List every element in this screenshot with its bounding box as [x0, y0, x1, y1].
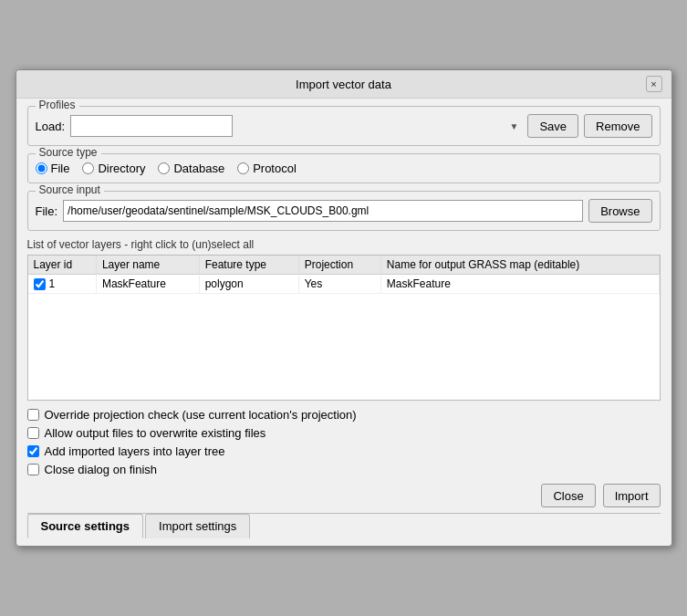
col-feature-type: Feature type — [199, 256, 298, 275]
radio-directory-input[interactable] — [82, 162, 94, 174]
layer-table: Layer id Layer name Feature type Project… — [28, 256, 660, 294]
add-to-tree-checkbox[interactable] — [27, 445, 39, 457]
source-type-group-label: Source type — [36, 146, 101, 159]
tab-import-settings[interactable]: Import settings — [145, 514, 250, 538]
cell-layer-id: 1 — [28, 275, 97, 294]
tabs-row: Source settings Import settings — [27, 513, 661, 538]
col-layer-name: Layer name — [96, 256, 199, 275]
file-path-input[interactable] — [63, 200, 583, 222]
output-name-input[interactable] — [387, 277, 653, 290]
dialog-title: Import vector data — [42, 78, 646, 91]
layer-list-title: List of vector layers - right click to (… — [27, 238, 661, 251]
layer-list-section: List of vector layers - right click to (… — [27, 238, 661, 401]
override-proj-label[interactable]: Override projection check (use current l… — [45, 408, 357, 422]
combo-arrow-icon: ▼ — [510, 121, 519, 131]
load-label: Load: — [36, 120, 66, 133]
radio-database-input[interactable] — [158, 162, 170, 174]
col-layer-id: Layer id — [28, 256, 97, 275]
col-output-name: Name for output GRASS map (editable) — [380, 256, 659, 275]
remove-button[interactable]: Remove — [584, 114, 651, 138]
cell-feature-type: polygon — [199, 275, 298, 294]
close-button[interactable]: Close — [541, 484, 595, 507]
radio-protocol[interactable]: Protocol — [237, 162, 297, 175]
allow-overwrite-checkbox[interactable] — [27, 427, 39, 439]
radio-protocol-label: Protocol — [253, 162, 297, 175]
import-button[interactable]: Import — [603, 484, 661, 507]
radio-directory[interactable]: Directory — [82, 162, 145, 175]
source-input-row: File: Browse — [36, 199, 652, 223]
file-label: File: — [36, 204, 58, 218]
radio-file-label: File — [51, 162, 70, 175]
cell-projection: Yes — [298, 275, 380, 294]
radio-file[interactable]: File — [36, 162, 70, 175]
radio-protocol-input[interactable] — [237, 162, 249, 174]
override-proj-checkbox[interactable] — [27, 409, 39, 421]
checkboxes-section: Override projection check (use current l… — [27, 408, 661, 476]
cell-output-name[interactable] — [380, 275, 659, 294]
cell-layer-name: MaskFeature — [96, 275, 199, 294]
dialog-body: Profiles Load: ▼ Save Remove Source type… — [16, 99, 671, 546]
bottom-buttons: Close Import — [27, 484, 661, 507]
close-on-finish-label[interactable]: Close dialog on finish — [45, 463, 158, 476]
radio-file-input[interactable] — [36, 162, 47, 174]
radio-directory-label: Directory — [98, 162, 145, 175]
allow-overwrite-label[interactable]: Allow output files to overwrite existing… — [45, 426, 266, 440]
radio-database-label: Database — [173, 162, 224, 175]
close-on-finish-checkbox[interactable] — [27, 464, 39, 475]
tab-source-settings[interactable]: Source settings — [27, 514, 144, 538]
source-type-group: Source type File Directory Database Prot… — [27, 153, 661, 183]
checkbox-allow-overwrite: Allow output files to overwrite existing… — [27, 426, 661, 440]
checkbox-override-proj: Override projection check (use current l… — [27, 408, 661, 422]
source-input-group: Source input File: Browse — [27, 191, 661, 231]
profiles-group: Profiles Load: ▼ Save Remove — [27, 106, 661, 146]
source-type-row: File Directory Database Protocol — [36, 162, 652, 175]
save-button[interactable]: Save — [527, 114, 578, 138]
title-bar: Import vector data × — [16, 70, 671, 99]
table-row: 1 MaskFeature polygon Yes — [28, 275, 660, 294]
import-vector-dialog: Import vector data × Profiles Load: ▼ Sa… — [16, 69, 672, 547]
table-header-row: Layer id Layer name Feature type Project… — [28, 256, 660, 275]
checkbox-close-on-finish: Close dialog on finish — [27, 463, 661, 476]
profiles-row: Load: ▼ Save Remove — [36, 114, 652, 138]
dialog-close-button[interactable]: × — [646, 76, 662, 92]
layer-table-container[interactable]: Layer id Layer name Feature type Project… — [27, 255, 661, 401]
profiles-group-label: Profiles — [36, 99, 79, 111]
checkbox-add-to-tree: Add imported layers into layer tree — [27, 444, 661, 458]
row-checkbox[interactable] — [34, 278, 46, 290]
add-to-tree-label[interactable]: Add imported layers into layer tree — [45, 444, 225, 458]
col-projection: Projection — [298, 256, 380, 275]
source-input-group-label: Source input — [36, 183, 104, 196]
load-combo-wrapper: ▼ — [70, 115, 522, 137]
browse-button[interactable]: Browse — [588, 199, 651, 223]
radio-database[interactable]: Database — [158, 162, 224, 175]
load-combo-input[interactable] — [70, 115, 233, 137]
